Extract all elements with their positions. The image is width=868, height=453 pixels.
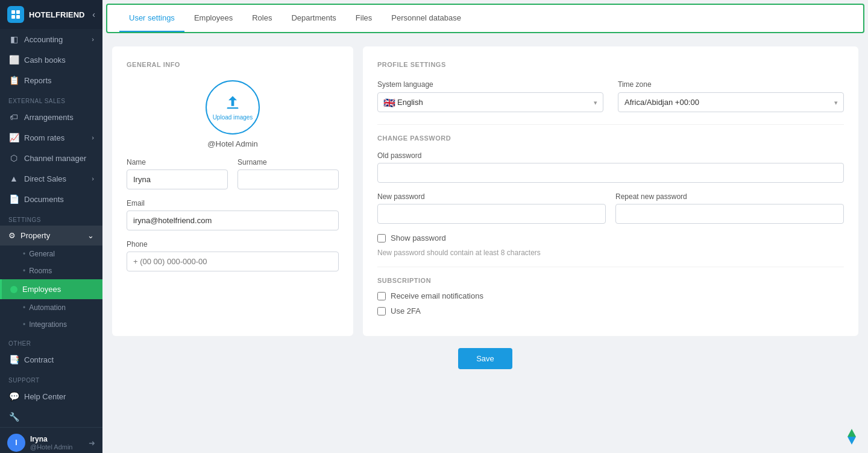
top-navigation: User settings Employees Roles Department… — [106, 4, 864, 33]
use-2fa-label[interactable]: Use 2FA — [391, 306, 421, 315]
timezone-select-wrapper: Africa/Abidjan +00:00 UTC +00:00 Europe/… — [618, 92, 844, 112]
logout-icon[interactable]: ➜ — [89, 439, 95, 448]
old-password-label: Old password — [377, 151, 844, 160]
name-label: Name — [127, 158, 228, 166]
language-label: System language — [377, 80, 603, 89]
logo-text: HOTELFRIEND — [29, 10, 84, 19]
profile-settings-card: PROFILE SETTINGS System language 🇬🇧 Engl… — [363, 46, 858, 336]
main-content: User settings Employees Roles Department… — [102, 0, 868, 453]
accounting-icon: ◧ — [8, 34, 19, 44]
name-surname-row: Name Surname — [127, 158, 339, 189]
repeat-password-label: Repeat new password — [615, 192, 844, 201]
sidebar-item-room-rates[interactable]: 📈 Room rates › — [0, 127, 102, 148]
chevron-down-icon: ⌄ — [87, 231, 94, 240]
email-notifications-checkbox[interactable] — [377, 292, 386, 300]
email-input[interactable] — [127, 211, 339, 230]
upload-label-text: Upload images — [213, 114, 253, 121]
show-password-label[interactable]: Show password — [391, 233, 446, 242]
panels-row: GENERAL INFO Upload images @Hotel Admin … — [112, 46, 858, 336]
repeat-password-group: Repeat new password — [615, 192, 844, 224]
svg-marker-6 — [848, 437, 856, 445]
sidebar-item-reports[interactable]: 📋 Reports — [0, 70, 102, 90]
external-sales-label: EXTERNAL SALES — [0, 90, 102, 107]
surname-label: Surname — [237, 158, 339, 166]
sidebar-item-contract[interactable]: 📑 Contract — [0, 349, 102, 370]
tab-user-settings[interactable]: User settings — [119, 5, 184, 32]
sidebar-subitem-employees[interactable]: Employees — [0, 279, 102, 299]
new-password-label: New password — [377, 192, 606, 201]
admin-username: @Hotel Admin — [207, 139, 257, 148]
active-dot — [10, 286, 17, 293]
svg-rect-4 — [227, 107, 239, 109]
phone-input[interactable] — [127, 252, 339, 271]
sidebar-item-direct-sales[interactable]: ▲ Direct Sales › — [0, 168, 102, 189]
logo-icon — [7, 6, 24, 23]
footer-user-info: Iryna @Hotel Admin — [30, 435, 84, 451]
support-extra-icon: 🔧 — [8, 412, 19, 422]
employees-row: Employees ➔ from Settings-Employees) — [0, 279, 102, 299]
tab-personnel-database[interactable]: Personnel database — [382, 5, 471, 32]
old-password-input[interactable] — [377, 163, 844, 183]
email-notifications-label[interactable]: Receive email notifications — [391, 291, 483, 300]
sidebar: HOTELFRIEND ‹ ◧ Accounting › ⬜ Cash book… — [0, 0, 102, 453]
sidebar-item-documents[interactable]: 📄 Documents — [0, 189, 102, 209]
repeat-password-input[interactable] — [615, 204, 844, 224]
chevron-right-icon: › — [92, 36, 94, 43]
email-row: Email — [127, 199, 339, 230]
show-password-checkbox[interactable] — [377, 234, 386, 242]
old-password-group: Old password — [377, 151, 844, 183]
sidebar-item-arrangements[interactable]: 🏷 Arrangements — [0, 107, 102, 127]
show-password-row: Show password — [377, 233, 844, 242]
tab-employees[interactable]: Employees — [184, 5, 242, 32]
svg-rect-0 — [11, 10, 15, 14]
general-info-label: GENERAL INFO — [127, 61, 339, 68]
upload-button[interactable]: Upload images — [206, 80, 260, 135]
sidebar-toggle[interactable]: ‹ — [92, 10, 95, 19]
sidebar-subitem-general[interactable]: General — [0, 246, 102, 262]
name-group: Name — [127, 158, 228, 189]
brand-logo — [843, 428, 861, 446]
email-notifications-row: Receive email notifications — [377, 291, 844, 300]
timezone-select[interactable]: Africa/Abidjan +00:00 UTC +00:00 Europe/… — [618, 92, 844, 112]
upload-icon — [224, 95, 241, 112]
sidebar-item-channel-manager[interactable]: ⬡ Channel manager — [0, 148, 102, 168]
sidebar-subitem-automation[interactable]: Automation — [0, 299, 102, 316]
other-label: OTHER — [0, 333, 102, 349]
password-hint: New password should contain at least 8 c… — [377, 249, 844, 257]
sidebar-item-support-extra[interactable]: 🔧 — [0, 407, 102, 427]
phone-row: Phone — [127, 240, 339, 271]
help-center-icon: 💬 — [8, 391, 19, 401]
tab-departments[interactable]: Departments — [281, 5, 345, 32]
sidebar-item-accounting[interactable]: ◧ Accounting › — [0, 29, 102, 49]
cash-books-icon: ⬜ — [8, 55, 19, 65]
language-select[interactable]: English German French — [377, 92, 603, 112]
sidebar-item-help-center[interactable]: 💬 Help Center — [0, 386, 102, 407]
svg-rect-3 — [16, 15, 20, 19]
sidebar-item-property[interactable]: ⚙ Property ⌄ — [0, 226, 102, 246]
language-select-wrapper: 🇬🇧 English German French ▾ — [377, 92, 603, 112]
tab-roles[interactable]: Roles — [242, 5, 281, 32]
sidebar-item-cash-books[interactable]: ⬜ Cash books — [0, 49, 102, 70]
sidebar-footer: I Iryna @Hotel Admin ➜ — [0, 427, 102, 453]
tab-files[interactable]: Files — [346, 5, 382, 32]
save-container: Save — [112, 343, 858, 374]
content-area: GENERAL INFO Upload images @Hotel Admin … — [102, 37, 868, 453]
use-2fa-row: Use 2FA — [377, 306, 844, 315]
documents-icon: 📄 — [8, 194, 19, 204]
old-password-row: Old password — [377, 151, 844, 183]
surname-input[interactable] — [237, 169, 339, 189]
chevron-right-icon: › — [92, 175, 94, 182]
use-2fa-checkbox[interactable] — [377, 307, 386, 315]
sidebar-subitem-integrations[interactable]: Integrations — [0, 316, 102, 333]
phone-label: Phone — [127, 240, 339, 249]
subscription-label: SUBSCRIPTION — [377, 267, 844, 284]
sidebar-subitem-rooms[interactable]: Rooms — [0, 262, 102, 279]
phone-group: Phone — [127, 240, 339, 271]
new-password-group: New password — [377, 192, 606, 224]
email-group: Email — [127, 199, 339, 230]
name-input[interactable] — [127, 169, 228, 189]
change-password-label: CHANGE PASSWORD — [377, 124, 844, 142]
footer-role: @Hotel Admin — [30, 443, 84, 451]
save-button[interactable]: Save — [458, 348, 512, 369]
new-password-input[interactable] — [377, 204, 606, 224]
